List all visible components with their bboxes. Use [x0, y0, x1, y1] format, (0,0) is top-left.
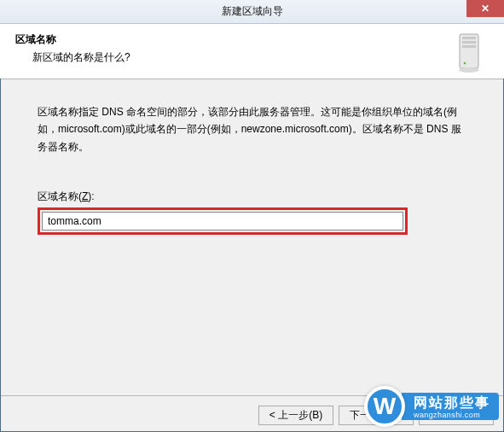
wizard-body: 区域名称指定 DNS 命名空间的部分，该部分由此服务器管理。这可能是你组织单位的…	[0, 79, 504, 395]
svg-point-4	[464, 62, 466, 65]
back-button[interactable]: < 上一步(B)	[258, 406, 333, 425]
wizard-header: 区域名称 新区域的名称是什么?	[0, 24, 504, 79]
window-title: 新建区域向导	[222, 4, 283, 19]
cancel-button[interactable]: 取消	[419, 406, 494, 425]
svg-rect-2	[462, 41, 476, 44]
page-heading: 区域名称	[15, 32, 489, 47]
server-icon	[455, 32, 484, 73]
wizard-footer: < 上一步(B) 下一步(N) > 取消	[0, 396, 504, 432]
description-text: 区域名称指定 DNS 命名空间的部分，该部分由此服务器管理。这可能是你组织单位的…	[38, 103, 466, 155]
next-button[interactable]: 下一步(N) >	[339, 406, 414, 425]
close-button[interactable]: ✕	[466, 0, 504, 17]
svg-point-5	[459, 67, 479, 73]
page-subheading: 新区域的名称是什么?	[32, 50, 489, 65]
svg-rect-3	[462, 45, 476, 48]
svg-rect-1	[462, 37, 476, 39]
zone-name-input[interactable]	[42, 212, 403, 231]
zone-name-highlight	[38, 207, 408, 235]
close-icon: ✕	[481, 3, 490, 15]
zone-name-label: 区域名称(Z):	[38, 190, 466, 204]
titlebar: 新建区域向导 ✕	[0, 0, 504, 24]
